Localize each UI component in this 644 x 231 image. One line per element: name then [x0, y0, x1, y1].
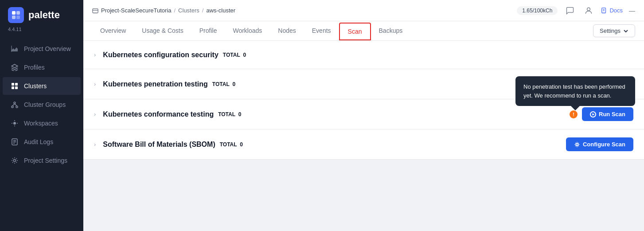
svg-rect-0: [12, 11, 16, 15]
breadcrumb: Project-ScaleSecureTutoria / Clusters / …: [92, 7, 235, 14]
svg-rect-6: [12, 86, 14, 89]
warning-indicator: !: [570, 110, 578, 118]
breadcrumb-project: Project-ScaleSecureTutoria: [92, 7, 171, 14]
sidebar-item-project-overview[interactable]: Project Overview: [3, 40, 81, 58]
svg-rect-7: [15, 86, 18, 89]
subnav-tabs: Overview Usage & Costs Profile Workloads…: [92, 21, 410, 41]
svg-point-18: [14, 160, 16, 162]
tab-usage-costs[interactable]: Usage & Costs: [134, 21, 191, 41]
logo-icon: [8, 7, 24, 23]
scan-row-title: Kubernetes penetration testing TOTAL 0: [103, 80, 564, 88]
nodes-icon: [11, 101, 19, 109]
svg-point-10: [16, 106, 18, 108]
table-row: › Software Bill of Materials (SBOM) TOTA…: [83, 129, 644, 160]
scan-row-actions: Configure Scan: [566, 137, 633, 151]
subnav: Overview Usage & Costs Profile Workloads…: [83, 21, 644, 41]
play-icon: [590, 111, 596, 117]
chat-icon[interactable]: [564, 4, 576, 17]
sidebar-item-label: Audit Logs: [24, 138, 53, 145]
configure-scan-button[interactable]: Configure Scan: [566, 137, 633, 151]
tab-events[interactable]: Events: [304, 21, 339, 41]
svg-rect-4: [12, 83, 14, 86]
usage-pill: 1.65/100kCh: [517, 6, 558, 15]
table-row: › Kubernetes configuration security TOTA…: [83, 41, 644, 69]
topbar-menu[interactable]: —: [629, 7, 635, 14]
sidebar: palette 4.4.11 Project Overview Profiles…: [0, 0, 83, 231]
tab-nodes[interactable]: Nodes: [270, 21, 304, 41]
scan-row-title: Kubernetes configuration security TOTAL …: [103, 51, 628, 59]
chevron-right-icon[interactable]: ›: [94, 51, 96, 58]
user-icon[interactable]: [582, 4, 595, 17]
settings-icon: [11, 157, 19, 164]
tab-overview[interactable]: Overview: [92, 21, 134, 41]
svg-rect-19: [93, 8, 98, 13]
breadcrumb-sep2: /: [202, 7, 204, 14]
svg-point-9: [12, 106, 13, 108]
sidebar-item-label: Profiles: [24, 64, 45, 71]
svg-point-29: [576, 143, 578, 145]
sidebar-item-project-settings[interactable]: Project Settings: [3, 152, 81, 169]
chart-icon: [11, 45, 19, 53]
chevron-right-icon[interactable]: ›: [94, 141, 96, 148]
workspace-icon: [11, 119, 19, 127]
chevron-right-icon[interactable]: ›: [94, 111, 96, 117]
sidebar-item-profiles[interactable]: Profiles: [3, 59, 81, 76]
sidebar-version: 4.4.11: [0, 27, 83, 38]
main-content: Project-ScaleSecureTutoria / Clusters / …: [83, 0, 644, 231]
tab-workloads[interactable]: Workloads: [225, 21, 270, 41]
run-scan-button[interactable]: Run Scan: [582, 107, 633, 121]
sidebar-item-label: Project Overview: [24, 45, 71, 52]
tooltip: No penetration test has been performed y…: [515, 76, 635, 106]
sidebar-item-label: Clusters: [24, 82, 47, 90]
project-icon: [92, 8, 98, 14]
sidebar-item-label: Workspaces: [24, 120, 58, 127]
svg-point-13: [13, 122, 16, 125]
breadcrumb-cluster-name[interactable]: aws-cluster: [206, 7, 235, 14]
svg-point-8: [14, 102, 16, 104]
scan-row-total: TOTAL 0: [223, 52, 246, 58]
svg-marker-28: [593, 113, 595, 115]
scan-row-total: TOTAL 0: [218, 111, 241, 117]
layers-icon: [11, 63, 19, 71]
scan-row-total: TOTAL 0: [212, 81, 235, 87]
topbar-right: 1.65/100kCh Docs —: [517, 4, 635, 17]
tab-backups[interactable]: Backups: [371, 21, 411, 41]
svg-rect-3: [16, 16, 20, 19]
scan-content: › Kubernetes configuration security TOTA…: [83, 41, 644, 231]
logo-text: palette: [28, 9, 60, 21]
sidebar-item-cluster-groups[interactable]: Cluster Groups: [3, 96, 81, 114]
topbar: Project-ScaleSecureTutoria / Clusters / …: [83, 0, 644, 21]
svg-rect-5: [15, 83, 18, 86]
sidebar-nav: Project Overview Profiles Clusters Clust…: [0, 38, 83, 171]
sidebar-item-clusters[interactable]: Clusters: [3, 77, 81, 95]
svg-rect-2: [12, 16, 16, 19]
chevron-down-icon: [623, 28, 628, 34]
settings-button[interactable]: Settings: [593, 24, 635, 37]
chevron-right-icon[interactable]: ›: [94, 81, 96, 87]
sidebar-item-workspaces[interactable]: Workspaces: [3, 114, 81, 132]
svg-point-21: [587, 8, 590, 11]
doc-icon: [601, 8, 607, 14]
scan-row-title: Kubernetes conformance testing TOTAL 0: [103, 110, 564, 118]
docs-label: Docs: [609, 7, 623, 14]
gear-icon: [574, 141, 580, 148]
tab-scan[interactable]: Scan: [339, 23, 371, 40]
scan-row-title: Software Bill of Materials (SBOM) TOTAL …: [103, 141, 561, 149]
docs-link[interactable]: Docs: [601, 7, 623, 14]
svg-line-11: [12, 104, 15, 106]
scan-row-total: TOTAL 0: [220, 141, 243, 148]
breadcrumb-project-name[interactable]: Project-ScaleSecureTutoria: [101, 7, 171, 14]
tab-profile[interactable]: Profile: [191, 21, 225, 41]
grid-icon: [11, 82, 19, 90]
breadcrumb-clusters[interactable]: Clusters: [178, 7, 199, 14]
breadcrumb-sep1: /: [174, 7, 176, 14]
log-icon: [11, 138, 19, 146]
sidebar-item-label: Project Settings: [24, 157, 67, 164]
svg-line-12: [15, 104, 17, 106]
sidebar-item-label: Cluster Groups: [24, 101, 66, 108]
sidebar-item-audit-logs[interactable]: Audit Logs: [3, 133, 81, 151]
logo: palette: [0, 0, 83, 27]
svg-rect-1: [16, 11, 20, 15]
